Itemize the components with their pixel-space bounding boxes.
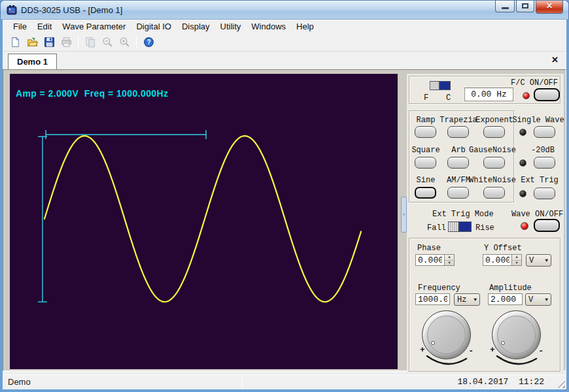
- knob-arc: [423, 351, 470, 370]
- parameters-group: Phase ▲ ▼ Y Offset ▲ ▼ V ▼ Frequency: [409, 238, 560, 372]
- amplitude-input[interactable]: [488, 293, 523, 305]
- ext-trig-label: Ext Trig: [521, 176, 559, 185]
- amplitude-unit-select[interactable]: V ▼: [525, 293, 551, 306]
- client-area: Amp = 2.000V Freq = 1000.000Hz ›: [3, 69, 566, 371]
- spinner-up-icon[interactable]: ▲: [445, 255, 454, 261]
- tab-demo1[interactable]: Demo 1: [8, 54, 57, 69]
- menu-edit[interactable]: Edit: [32, 20, 57, 33]
- fc-onoff-button[interactable]: [534, 88, 560, 101]
- fc-group: F C 0.00 Hz F/C ON/OFF: [409, 76, 560, 104]
- chevron-down-icon: ▼: [474, 297, 477, 302]
- status-datetime: 18.04.2017 11:22: [457, 377, 544, 387]
- status-text: Demo: [8, 377, 31, 387]
- app-icon: [7, 5, 17, 16]
- menubar: File Edit Wave Parameter Digital IO Disp…: [3, 20, 566, 33]
- panel-collapse-handle[interactable]: ›: [401, 197, 407, 233]
- single-wave-button[interactable]: [534, 126, 555, 138]
- frequency-input[interactable]: [415, 293, 450, 305]
- phase-spinner[interactable]: ▲ ▼: [445, 254, 455, 266]
- wave-label-whitenoise: WhiteNoise: [469, 176, 516, 185]
- y-offset-unit-value: V: [529, 256, 534, 265]
- phase-input[interactable]: [415, 254, 445, 266]
- y-offset-spinner[interactable]: ▲ ▼: [512, 254, 522, 266]
- ext-trig-button[interactable]: [534, 188, 555, 199]
- tabbar: Demo 1 ✕: [3, 52, 566, 69]
- titlebar[interactable]: DDS-3025 USB - [Demo 1] ✕: [0, 0, 569, 20]
- help-icon: ?: [143, 37, 154, 48]
- menu-help[interactable]: Help: [291, 20, 319, 33]
- ramp-button[interactable]: [415, 126, 436, 138]
- wave-label-exponent: Exponent: [475, 116, 513, 125]
- toolbar-separator: [78, 35, 78, 48]
- copy-icon: [85, 37, 96, 48]
- wave-label-amfm: AM/FM: [447, 176, 470, 185]
- close-icon: ✕: [536, 1, 562, 10]
- wave-label-sine: Sine: [417, 176, 436, 185]
- whitenoise-button[interactable]: [483, 187, 505, 199]
- amplitude-unit-value: V: [528, 295, 533, 304]
- help-button[interactable]: ?: [141, 34, 156, 50]
- window-title: DDS-3025 USB - [Demo 1]: [21, 5, 122, 15]
- control-panel: F C 0.00 Hz F/C ON/OFF Ramp Trapezia Exp…: [407, 74, 564, 373]
- exponent-button[interactable]: [483, 126, 505, 138]
- minus20db-led: [519, 159, 526, 167]
- app-window: DDS-3025 USB - [Demo 1] ✕ File Edit Wave…: [0, 0, 569, 392]
- menu-windows[interactable]: Windows: [246, 20, 291, 33]
- zoom-out-button[interactable]: [99, 34, 115, 50]
- close-button[interactable]: ✕: [536, 1, 563, 14]
- fc-slider[interactable]: [430, 81, 451, 90]
- open-file-button[interactable]: [24, 34, 40, 50]
- fc-readout: 0.00 Hz: [464, 88, 513, 101]
- waveform-annotation: Amp = 2.000V Freq = 1000.000Hz: [16, 88, 168, 99]
- spinner-up-icon[interactable]: ▲: [512, 255, 521, 261]
- wave-onoff-button[interactable]: [534, 219, 560, 232]
- gausenoise-button[interactable]: [483, 157, 505, 169]
- ext-trig-slider-thumb[interactable]: [449, 222, 459, 231]
- fc-slider-thumb[interactable]: [430, 82, 440, 90]
- menu-utility[interactable]: Utility: [215, 20, 247, 33]
- rise-label: Rise: [475, 223, 494, 233]
- amplitude-knob[interactable]: + -: [492, 310, 541, 376]
- menu-digital-io[interactable]: Digital IO: [131, 20, 176, 33]
- maximize-button[interactable]: [516, 1, 534, 12]
- arb-button[interactable]: [447, 157, 469, 169]
- amfm-button[interactable]: [447, 187, 469, 199]
- print-button[interactable]: [58, 34, 74, 50]
- new-file-button[interactable]: [7, 34, 23, 50]
- knob-face: [497, 316, 536, 354]
- ext-trig-mode-title: Ext Trig Mode: [432, 210, 494, 219]
- tab-close-icon[interactable]: ✕: [551, 55, 559, 65]
- square-button[interactable]: [415, 157, 436, 169]
- wave-label-trapezia: Trapezia: [440, 116, 477, 125]
- ext-trig-mode-slider[interactable]: [448, 221, 472, 232]
- y-offset-unit-select[interactable]: V ▼: [526, 254, 551, 267]
- minimize-icon: [502, 7, 509, 9]
- open-folder-icon: [27, 37, 38, 48]
- copy-button[interactable]: [82, 34, 98, 50]
- sine-wave: [44, 136, 361, 302]
- spinner-down-icon[interactable]: ▼: [445, 261, 454, 266]
- zoom-in-button[interactable]: [116, 34, 132, 50]
- single-wave-label: Single Wave: [512, 116, 564, 125]
- spinner-down-icon[interactable]: ▼: [512, 261, 521, 266]
- trapezia-button[interactable]: [447, 126, 469, 138]
- status-separator: [242, 376, 243, 387]
- menu-display[interactable]: Display: [177, 20, 215, 33]
- minimize-button[interactable]: [495, 1, 515, 12]
- frequency-unit-select[interactable]: Hz ▼: [454, 293, 480, 306]
- frequency-knob[interactable]: + -: [422, 310, 471, 376]
- minus20db-button[interactable]: [534, 157, 555, 169]
- save-button[interactable]: [41, 34, 57, 50]
- frequency-unit-value: Hz: [457, 295, 466, 304]
- knob-face: [427, 316, 466, 354]
- zoom-out-icon: [102, 37, 113, 48]
- new-file-icon: [10, 37, 21, 48]
- y-offset-input[interactable]: [483, 254, 512, 266]
- fall-label: Fall: [427, 223, 446, 233]
- y-offset-label: Y Offset: [484, 244, 522, 253]
- sine-button[interactable]: [415, 187, 436, 199]
- menu-wave-parameter[interactable]: Wave Parameter: [57, 20, 131, 33]
- resize-grip[interactable]: [557, 380, 565, 388]
- fc-right-label: C: [446, 93, 451, 103]
- menu-file[interactable]: File: [8, 20, 32, 33]
